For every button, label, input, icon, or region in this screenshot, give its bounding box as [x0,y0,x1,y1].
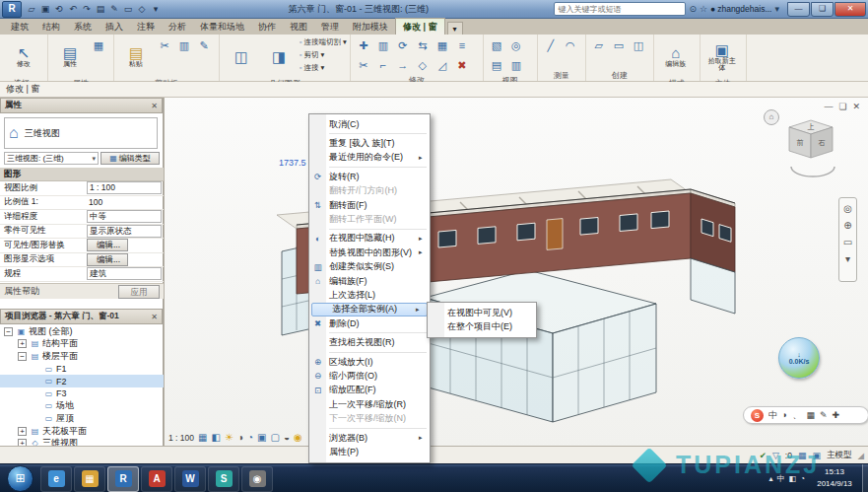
view-control-icon[interactable]: ◑ [237,433,243,443]
context-menu-item[interactable]: 浏览器(B) ▸ [309,431,430,445]
view-window-control-icon[interactable]: ❏ [838,102,846,111]
help-dropdown-icon[interactable]: ▾ [774,4,779,14]
property-row[interactable]: 比例值 1: 100 [0,196,164,211]
tray-icon[interactable]: ▴ [769,474,773,483]
context-menu-item[interactable]: 上一次平移/缩放(R) ▸ [309,397,430,411]
ribbon-text-button[interactable]: ▫ 连接端切割 ▾ [300,35,347,48]
viewcube[interactable]: 上 前 右 [777,111,848,182]
ribbon-button[interactable]: ▧ [488,36,505,54]
context-menu-item[interactable]: 翻转工作平面(W) ▸ [309,212,430,226]
properties-close-icon[interactable]: ✕ [151,102,158,110]
ribbon-tab[interactable]: 管理 [314,19,346,35]
net-speed-ball[interactable]: ↓ 0.0K/s [778,337,820,379]
ribbon-button[interactable]: ◫ [224,36,259,77]
ribbon-button[interactable]: ✖ [453,56,471,74]
ribbon-button[interactable]: ▭ [610,36,628,54]
ribbon-tab[interactable]: 注释 [130,19,162,35]
ime-toolbar-icon[interactable]: ✚ [833,410,840,420]
tree-item[interactable]: − ▤ 楼层平面 [0,350,164,363]
ribbon-tab[interactable]: 视图 [283,19,314,35]
property-row[interactable]: 详细程度 中等 [0,210,164,225]
properties-section-header[interactable]: 图形 [0,168,164,181]
ribbon-button[interactable]: ▤ [488,56,505,74]
property-row[interactable]: 零件可见性 显示原状态 [0,225,164,240]
tree-item[interactable]: ▭ 场地 [0,400,164,413]
ribbon-tab[interactable]: 系统 [67,19,99,35]
property-row[interactable]: 规程 建筑 [0,267,164,282]
qat-icon[interactable]: ✎ [107,3,121,16]
tray-icon[interactable]: ◔ [800,474,805,483]
taskbar-item[interactable]: A [141,466,172,492]
qat-icon[interactable]: ◇ [135,3,149,16]
tree-item[interactable]: ▭ F2 [0,375,164,387]
ribbon-button[interactable]: ▤ 属性 [52,36,88,77]
ribbon-button[interactable]: ▥ [374,36,392,54]
window-control-button[interactable]: ✕ [835,2,866,17]
tree-expander-icon[interactable]: − [4,327,13,336]
navigation-tool-icon[interactable]: ⊕ [843,220,851,231]
context-menu-item[interactable]: 取消(C) ▸ [309,117,430,131]
ribbon-button[interactable]: ◿ [434,56,451,74]
ribbon-button[interactable]: ⌂ 编辑族 [658,36,694,77]
ime-toolbar-icon[interactable]: ▦ [806,410,815,420]
context-menu-item[interactable]: 最近使用的命令(E) ▸ [309,151,430,165]
edit-type-button[interactable]: ▦ 编辑类型 [100,152,160,165]
tab-overflow-icon[interactable]: ▾ [447,22,463,35]
view-control-icon[interactable]: ☀ [225,433,234,443]
property-value[interactable]: 100 [87,197,162,207]
tree-item[interactable]: − ▣ 视图 (全部) [0,325,164,338]
context-menu-item[interactable]: 属性(P) ▸ [309,445,430,458]
context-menu-item[interactable]: ⊡ 缩放匹配(F) ▸ [309,384,430,397]
taskbar-item[interactable]: W [174,466,206,492]
submenu-item[interactable]: 在整个项目中(E) ▸ [428,319,536,333]
qat-icon[interactable]: ⟲ [52,3,66,16]
ribbon-tab[interactable]: 结构 [35,19,67,35]
exclude-options-icon[interactable]: ▣ [812,451,821,460]
ribbon-button[interactable]: ▱ [590,36,608,54]
taskbar-item[interactable]: R [107,466,139,492]
context-menu-item[interactable]: ◐ 在视图中隐藏(H) ▸ [309,232,430,246]
tree-item[interactable]: + ▤ 天花板平面 [0,425,164,438]
filter-icon[interactable]: ▽ [772,451,779,460]
view-control-icon[interactable]: ▢ [270,433,279,443]
drawing-area[interactable]: 1737.5 [164,98,868,446]
properties-header[interactable]: 属性 ✕ [0,98,163,113]
context-menu-item[interactable]: 查找相关视图(R) ▸ [309,335,430,349]
tray-icon[interactable]: 中 [777,473,785,484]
ribbon-button[interactable]: ⇆ [414,36,432,54]
ribbon-button[interactable]: ◨ [261,36,297,77]
ribbon-button[interactable]: ✂ [355,56,372,74]
context-menu-item[interactable]: ✖ 删除(D) ▸ [309,316,430,330]
view-control-icon[interactable]: ◒ [284,433,290,443]
qat-icon[interactable]: ↷ [80,3,94,16]
qat-icon[interactable]: ▭ [121,3,135,16]
qat-icon[interactable]: ▾ [149,3,163,16]
ribbon-panel-label[interactable]: 创建 [589,70,650,81]
context-menu-item[interactable]: 替换视图中的图形(V) ▸ [309,246,430,259]
tree-item[interactable]: + ▤ 结构平面 [0,338,164,351]
project-browser-header[interactable]: 项目浏览器 - 第六章 门、窗-01 ✕ [0,309,163,324]
help-search-input[interactable] [554,2,686,16]
qat-icon[interactable]: ▤ [94,3,107,16]
context-menu-item[interactable]: 重复 [载入 族](T) ▸ [309,136,430,150]
ribbon-button[interactable]: ▦ [434,36,451,54]
context-menu-item[interactable]: ⊕ 区域放大(I) ▸ [309,355,430,369]
apply-button[interactable]: 应用 [118,285,160,299]
window-control-button[interactable]: — [787,2,810,17]
qat-icon[interactable]: ↶ [66,3,80,16]
ribbon-button[interactable]: ▣ 拾取新主体 [704,36,740,77]
view-scale-label[interactable]: 1 : 100 [168,433,194,443]
tree-item[interactable]: ▭ 屋顶 [0,412,164,425]
ribbon-button[interactable]: ╱ [542,36,560,54]
ime-toolbar-icon[interactable]: 中 [768,409,777,422]
property-value[interactable]: 中等 [87,210,162,223]
context-menu-item[interactable]: 上次选择(L) ▸ [309,288,430,302]
tree-expander-icon[interactable]: − [18,352,27,361]
ime-toolbar-icon[interactable]: ✎ [820,410,828,420]
start-button[interactable]: ⊞ [7,465,33,492]
taskbar-clock[interactable]: 15:13 2014/9/13 [809,466,860,490]
ribbon-text-button[interactable]: ▫ 剪切 ▾ [300,48,347,61]
tree-expander-icon[interactable]: + [18,339,27,348]
view-control-icon[interactable]: ▦ [198,433,207,443]
property-value[interactable]: 显示原状态 [87,225,162,238]
